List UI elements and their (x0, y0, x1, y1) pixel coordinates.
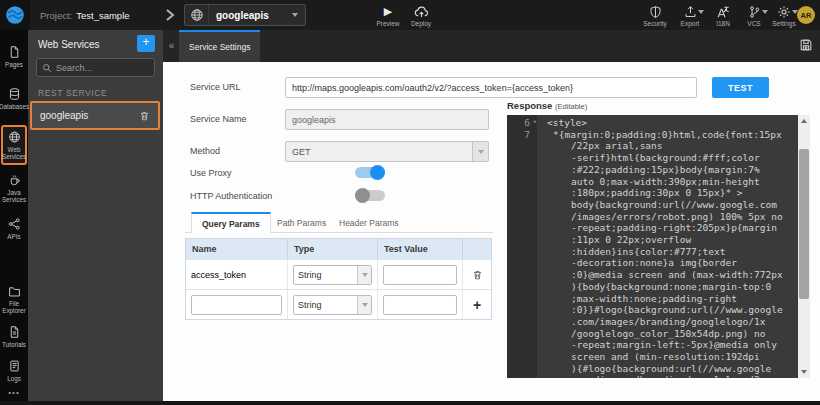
sidebar-item-logs[interactable]: Logs (0, 356, 28, 385)
project-name: Test_sample (76, 10, 129, 21)
user-avatar[interactable]: AR (797, 6, 815, 24)
gear-icon (777, 5, 791, 19)
sidebar-item-java-services[interactable]: Java Services (0, 170, 28, 206)
code-line: auto 0;max-width:390px;min-height (507, 176, 798, 188)
security-button[interactable]: Security (637, 2, 673, 29)
table-row: String + (186, 289, 491, 319)
code-line: ){body{background:none;margin-top:0 (507, 281, 798, 293)
web-services-panel: Web Services + REST SERVICE googleapis (28, 30, 163, 401)
new-param-test-value-input[interactable] (383, 295, 457, 315)
http-auth-toggle[interactable] (355, 189, 385, 202)
sidebar-item-databases[interactable]: Databases (0, 84, 28, 113)
table-header-row: Name Type Test Value (186, 239, 491, 259)
response-editable-suffix: (Editable) (555, 102, 587, 111)
app-window: Project: Test_sample googleapis ▶ Previe… (0, 0, 820, 405)
sidebar-item-tutorials[interactable]: Tutorials (0, 322, 28, 351)
code-line: screen and (min-resolution:192dpi (507, 351, 798, 363)
code-line: body{background:url(//www.google.com (507, 199, 798, 211)
http-auth-label: HTTP Authentication (190, 191, 272, 201)
service-selector-dropdown[interactable]: googleapis (184, 4, 306, 26)
code-line: :0}}#logo{background:url(//www.google (507, 304, 798, 316)
header-name: Name (186, 239, 288, 259)
new-param-name-input[interactable] (191, 295, 282, 315)
tab-query-params[interactable]: Query Params (191, 212, 271, 233)
header-type: Type (288, 239, 378, 259)
code-line: :hidden}ins{color:#777;text (507, 246, 798, 258)
sidebar-more-button[interactable]: ••• (0, 388, 28, 397)
delete-param-icon[interactable] (472, 269, 483, 281)
preview-button[interactable]: ▶ Preview (370, 2, 406, 29)
header-test-value: Test Value (378, 239, 463, 259)
scroll-up-arrow[interactable] (798, 115, 810, 127)
security-label: Security (643, 20, 666, 27)
top-bar: Project: Test_sample googleapis ▶ Previe… (0, 0, 820, 30)
search-input[interactable] (56, 63, 149, 73)
export-label: Export (681, 20, 700, 27)
new-param-type-select[interactable]: String (293, 295, 372, 315)
param-type-select[interactable]: String (293, 265, 372, 285)
folder-icon (8, 285, 21, 298)
branch-icon (748, 5, 761, 19)
use-proxy-label: Use Proxy (190, 168, 232, 178)
left-sidebar: Pages Databases Web Services (0, 30, 28, 401)
tab-service-settings[interactable]: Service Settings (179, 30, 260, 62)
vcs-label: VCS (747, 20, 760, 27)
code-line: :0}@media screen and (max-width:772px (507, 269, 798, 281)
sidebar-item-pages[interactable]: Pages (0, 42, 28, 71)
chevron-down-icon (357, 296, 371, 314)
main-area: « Service Settings Service URL TEST Serv… (163, 30, 820, 401)
service-name-input (285, 109, 489, 130)
query-params-table: Name Type Test Value access_token String (185, 238, 492, 320)
chevron-down-icon (472, 142, 488, 161)
add-param-button[interactable]: + (473, 298, 481, 312)
service-search[interactable] (36, 58, 155, 77)
service-list-item-googleapis[interactable]: googleapis (30, 101, 160, 130)
collapse-panel-button[interactable]: « (165, 38, 178, 54)
header-actions (463, 239, 491, 259)
i18n-label: I18N (716, 20, 730, 27)
search-icon (42, 63, 52, 73)
param-test-value-input[interactable] (383, 265, 457, 285)
editor-tab-bar: « Service Settings (163, 30, 820, 62)
rest-service-section-label: REST SERVICE (38, 88, 107, 98)
service-name-label: Service Name (190, 114, 247, 124)
sidebar-item-file-explorer[interactable]: File Explorer (0, 282, 28, 317)
wavemaker-logo-icon (5, 5, 25, 25)
code-line: ){#logo{background:url(//www.google (507, 363, 798, 375)
code-line: -repeat;margin-left:-5px}@media only (507, 339, 798, 351)
app-logo[interactable] (0, 0, 30, 30)
code-line: :#222;padding:15px}body{margin:7% (507, 164, 798, 176)
method-label: Method (190, 146, 220, 156)
code-area[interactable]: 6▾<style>7*{margin:0;padding:0}html,code… (507, 117, 798, 378)
test-button[interactable]: TEST (712, 77, 769, 98)
sidebar-item-apis[interactable]: APIs (0, 214, 28, 243)
use-proxy-toggle[interactable] (355, 166, 385, 179)
export-button[interactable]: Export (672, 2, 708, 29)
service-item-name: googleapis (32, 110, 139, 121)
save-button[interactable] (799, 38, 813, 52)
code-line: .com/images/branding/googlelogo/2x (507, 374, 798, 378)
param-name-value: access_token (186, 260, 288, 289)
java-services-icon (8, 173, 21, 187)
chevron-right-icon (164, 7, 176, 23)
tab-header-params[interactable]: Header Params (329, 212, 409, 233)
chevron-down-icon (698, 10, 704, 14)
response-code-editor[interactable]: 6▾<style>7*{margin:0;padding:0}html,code… (507, 115, 810, 378)
scrollbar-thumb[interactable] (799, 149, 809, 299)
code-line: -repeat;padding-right:205px}p{margin (507, 222, 798, 234)
code-line: /22px arial,sans (507, 140, 798, 152)
chevron-down-icon (292, 13, 298, 17)
sidebar-item-web-services[interactable]: Web Services (1, 125, 27, 165)
globe-icon (185, 5, 209, 25)
delete-service-icon[interactable] (139, 110, 150, 122)
panel-title: Web Services (38, 39, 100, 50)
service-url-input[interactable] (285, 77, 697, 98)
deploy-button[interactable]: Deploy (403, 2, 439, 29)
code-line: :180px;padding:30px 0 15px}* > (507, 187, 798, 199)
project-label: Project: (40, 10, 72, 21)
scroll-down-arrow[interactable] (798, 366, 810, 378)
add-service-button[interactable]: + (137, 35, 155, 52)
tab-path-params[interactable]: Path Params (267, 212, 336, 233)
deploy-label: Deploy (411, 20, 431, 27)
editor-scrollbar[interactable] (798, 115, 810, 378)
